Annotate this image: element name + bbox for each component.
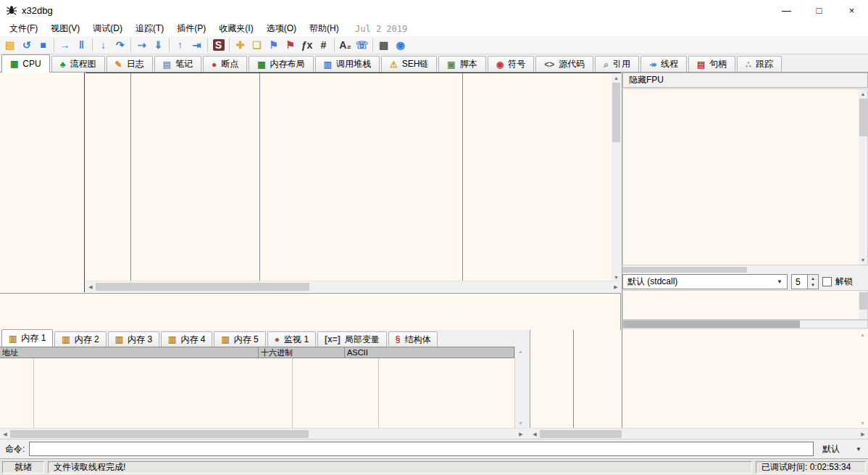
- column-divider[interactable]: [622, 330, 622, 428]
- menu-item[interactable]: 追踪(T): [129, 21, 170, 36]
- menu-item[interactable]: 视图(V): [44, 21, 86, 36]
- text-a2-icon[interactable]: A₂: [337, 37, 354, 53]
- scroll-up-icon[interactable]: ▲: [857, 330, 868, 339]
- disassembly-view[interactable]: ▲ ▼ ◀ ▶: [85, 73, 621, 292]
- dump-tab[interactable]: ▥ 内存 4: [161, 331, 212, 347]
- command-input[interactable]: [29, 442, 814, 456]
- column-divider[interactable]: [130, 73, 131, 281]
- run-icon[interactable]: →: [57, 37, 73, 53]
- unlock-checkbox[interactable]: [822, 277, 832, 286]
- scroll-left-icon[interactable]: ◀: [530, 431, 540, 437]
- view-tab[interactable]: ▤ 句柄: [688, 56, 735, 72]
- scrollbar-thumb[interactable]: [540, 430, 622, 438]
- scroll-down-icon[interactable]: ▼: [859, 255, 867, 265]
- argument-count-stepper[interactable]: 5 ▲ ▼: [791, 274, 819, 289]
- registers-vscrollbar[interactable]: ▲ ▼: [859, 89, 867, 265]
- view-tab[interactable]: ▥ 调用堆栈: [315, 56, 380, 72]
- scroll-down-icon[interactable]: ▼: [515, 418, 526, 428]
- stack-view[interactable]: ▲ ▼: [530, 330, 868, 428]
- dump-tab[interactable]: ● 监视 1: [267, 331, 316, 347]
- arguments-vscrollbar[interactable]: [859, 291, 867, 319]
- stack-vscrollbar[interactable]: ▲ ▼: [857, 330, 868, 428]
- command-profile-select[interactable]: 默认 ▼: [818, 442, 866, 456]
- column-divider[interactable]: [573, 330, 574, 428]
- scroll-left-icon[interactable]: ◀: [85, 284, 96, 289]
- patch-icon[interactable]: ✚: [232, 37, 249, 53]
- scroll-up-icon[interactable]: ▲: [515, 347, 526, 356]
- menu-item[interactable]: 插件(P): [170, 21, 212, 36]
- scrollbar-thumb[interactable]: [612, 83, 620, 142]
- step-out-icon[interactable]: ↑: [172, 37, 188, 53]
- scroll-right-icon[interactable]: ▶: [858, 431, 868, 437]
- dump-column-header[interactable]: ASCII: [345, 347, 509, 358]
- minimize-button[interactable]: —: [770, 0, 803, 20]
- dump-tab[interactable]: § 结构体: [388, 331, 438, 347]
- scroll-left-icon[interactable]: ◀: [0, 431, 10, 437]
- scrollbar-thumb[interactable]: [859, 99, 867, 136]
- instruction-info-box[interactable]: [0, 293, 621, 330]
- menu-item[interactable]: 调试(D): [86, 21, 129, 36]
- calculator-icon[interactable]: ▦: [375, 37, 392, 53]
- scrollbar-thumb[interactable]: [96, 283, 309, 291]
- dump-column-header[interactable]: 十六进制: [259, 347, 345, 358]
- menu-item[interactable]: 文件(F): [3, 21, 44, 36]
- notify-device-icon[interactable]: ☏: [354, 37, 370, 53]
- run-to-user-code-icon[interactable]: ⇥: [188, 37, 205, 53]
- menu-item[interactable]: 选项(O): [260, 21, 303, 36]
- stop-icon[interactable]: ■: [35, 37, 51, 53]
- arguments-hscrollbar[interactable]: [622, 320, 868, 329]
- view-tab[interactable]: ⌕ 引用: [595, 56, 639, 72]
- dump-column-header[interactable]: [509, 347, 514, 358]
- labels-icon[interactable]: ⚑: [265, 37, 282, 53]
- view-tab[interactable]: ▦ 内存布局: [249, 56, 313, 72]
- view-tab[interactable]: ♣ 流程图: [51, 56, 105, 72]
- hash-icon[interactable]: #: [315, 37, 332, 53]
- step-into-icon[interactable]: ↓: [95, 37, 112, 53]
- dump-column-header[interactable]: 地址: [0, 347, 259, 358]
- dump-hscrollbar[interactable]: ◀ ▶: [0, 428, 526, 439]
- scroll-up-icon[interactable]: ▲: [859, 89, 867, 99]
- registers-view[interactable]: [622, 88, 868, 265]
- disassembly-hscrollbar[interactable]: ◀ ▶: [85, 281, 621, 292]
- spinner-down-icon[interactable]: ▼: [808, 282, 818, 289]
- pause-icon[interactable]: ‖: [73, 37, 90, 53]
- stack-hscrollbar[interactable]: ◀ ▶: [530, 428, 868, 439]
- disassembly-vscrollbar[interactable]: ▲ ▼: [612, 73, 621, 282]
- step-over-icon[interactable]: ↷: [112, 37, 128, 53]
- scroll-right-icon[interactable]: ▶: [611, 284, 621, 289]
- dump-tab[interactable]: ▥ 内存 1: [1, 329, 53, 347]
- registers-hscrollbar[interactable]: [622, 266, 868, 273]
- dump-tab[interactable]: ▥ 内存 5: [214, 331, 265, 347]
- view-tab[interactable]: <> 源代码: [535, 56, 593, 72]
- dump-table-body[interactable]: [0, 358, 514, 428]
- view-tab[interactable]: ▦ CPU: [1, 54, 50, 73]
- scroll-down-icon[interactable]: ▼: [857, 418, 868, 428]
- scrollbar-thumb[interactable]: [859, 292, 867, 310]
- view-tab[interactable]: ⚠ SEH链: [381, 56, 437, 72]
- scroll-up-icon[interactable]: ▲: [612, 73, 621, 83]
- view-tab[interactable]: ∴ 跟踪: [737, 56, 782, 72]
- memory-map-globe-icon[interactable]: ◉: [392, 37, 409, 53]
- calling-convention-select[interactable]: 默认 (stdcall) ▼: [622, 274, 788, 289]
- dump-tab[interactable]: ▥ 内存 2: [54, 331, 106, 347]
- open-file-icon[interactable]: ▤: [1, 37, 18, 53]
- column-divider[interactable]: [259, 73, 260, 281]
- function-icon[interactable]: ƒx: [299, 37, 315, 53]
- scrollbar-thumb[interactable]: [10, 430, 309, 438]
- maximize-button[interactable]: □: [803, 0, 835, 20]
- comments-icon[interactable]: ❏: [249, 37, 265, 53]
- scrollbar-thumb[interactable]: [622, 267, 747, 273]
- menu-item[interactable]: 收藏夹(I): [212, 21, 259, 36]
- scylla-icon[interactable]: S: [210, 37, 227, 53]
- view-tab[interactable]: ● 断点: [203, 56, 247, 72]
- spinner-up-icon[interactable]: ▲: [808, 275, 818, 282]
- view-tab[interactable]: ↠ 线程: [640, 56, 687, 72]
- view-tab[interactable]: ◉ 符号: [488, 56, 534, 72]
- disassembly-sidebar[interactable]: [0, 73, 85, 292]
- trace-into-icon[interactable]: ⇢: [133, 37, 150, 53]
- menu-item[interactable]: 帮助(H): [303, 21, 346, 36]
- bookmarks-icon[interactable]: ⚑: [282, 37, 299, 53]
- dump-vscrollbar[interactable]: ▲ ▼: [514, 347, 526, 428]
- close-button[interactable]: ×: [835, 0, 868, 20]
- view-tab[interactable]: ▤ 笔记: [154, 56, 201, 72]
